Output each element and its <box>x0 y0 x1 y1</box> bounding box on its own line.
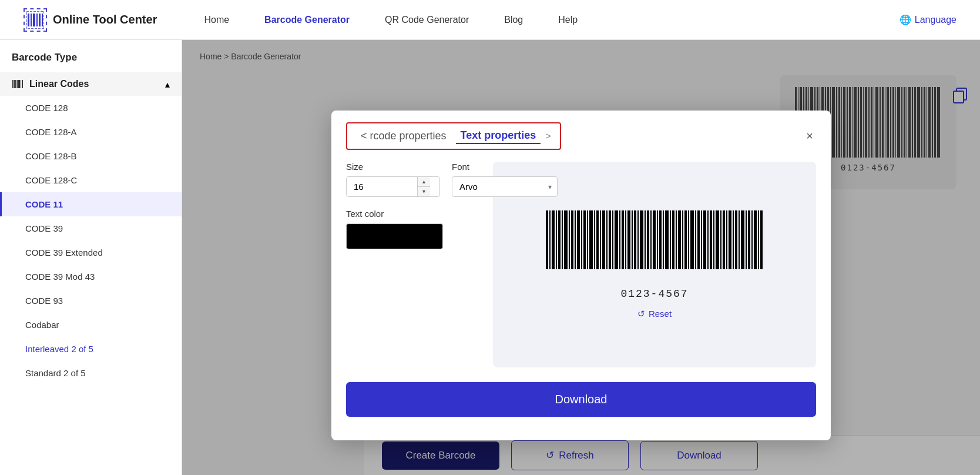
svg-rect-2 <box>33 14 35 26</box>
svg-rect-5 <box>42 14 43 26</box>
svg-rect-81 <box>581 210 582 269</box>
tab-next-arrow[interactable]: > <box>545 131 551 142</box>
svg-rect-123 <box>713 210 714 269</box>
font-select[interactable]: Arvo Arial Courier New Helvetica Times N… <box>452 176 558 197</box>
svg-rect-0 <box>28 14 29 26</box>
svg-rect-85 <box>594 210 595 269</box>
tab-barcode-properties[interactable]: < rcode properties <box>356 129 451 143</box>
svg-rect-134 <box>748 210 750 269</box>
svg-rect-83 <box>587 210 588 269</box>
nav-blog[interactable]: Blog <box>504 15 523 25</box>
svg-rect-86 <box>596 210 599 269</box>
svg-rect-92 <box>615 210 618 269</box>
nav-qr-code-generator[interactable]: QR Code Generator <box>385 15 469 25</box>
svg-rect-90 <box>609 210 611 269</box>
svg-rect-82 <box>583 210 586 269</box>
sidebar-item-code39ext[interactable]: CODE 39 Extended <box>0 240 182 265</box>
svg-rect-121 <box>707 210 709 269</box>
size-spinners: ▴ ▾ <box>417 177 430 196</box>
svg-rect-70 <box>546 210 548 269</box>
sidebar-item-code39mod43[interactable]: CODE 39 Mod 43 <box>0 265 182 289</box>
barcode-value-label: 0123-4567 <box>620 288 688 300</box>
svg-rect-11 <box>18 80 20 88</box>
modal-dialog: < rcode properties Text properties > × S… <box>331 111 831 440</box>
svg-rect-112 <box>678 210 681 269</box>
svg-rect-124 <box>716 210 719 269</box>
sidebar-item-standard25[interactable]: Standard 2 of 5 <box>0 361 182 385</box>
svg-rect-95 <box>625 210 626 269</box>
language-label: Language <box>915 15 956 25</box>
reset-label: Reset <box>649 309 672 319</box>
svg-rect-110 <box>672 210 674 269</box>
text-color-label: Text color <box>346 209 475 219</box>
nav-home[interactable]: Home <box>204 15 229 25</box>
sidebar-item-codabar[interactable]: Codabar <box>0 313 182 337</box>
svg-rect-133 <box>746 210 747 269</box>
svg-rect-93 <box>619 210 620 269</box>
nav-help[interactable]: Help <box>558 15 578 25</box>
svg-rect-137 <box>758 210 759 269</box>
svg-rect-12 <box>21 80 21 88</box>
svg-rect-71 <box>549 210 551 269</box>
modal-tabs: < rcode properties Text properties > <box>346 122 561 150</box>
svg-rect-104 <box>653 210 656 269</box>
language-button[interactable]: 🌐 Language <box>900 14 956 25</box>
svg-rect-73 <box>556 210 557 269</box>
svg-rect-3 <box>36 14 38 26</box>
svg-rect-122 <box>710 210 712 269</box>
svg-rect-128 <box>729 210 731 269</box>
sidebar-item-interleaved25[interactable]: Interleaved 2 of 5 <box>0 337 182 361</box>
nav-barcode-generator[interactable]: Barcode Generator <box>264 15 350 25</box>
svg-rect-116 <box>690 210 694 269</box>
sidebar-item-code128b[interactable]: CODE 128-B <box>0 144 182 168</box>
font-select-wrapper: Arvo Arial Courier New Helvetica Times N… <box>452 176 558 197</box>
svg-rect-111 <box>676 210 677 269</box>
size-input[interactable] <box>347 177 417 196</box>
svg-rect-106 <box>659 210 662 269</box>
svg-rect-136 <box>754 210 757 269</box>
svg-rect-135 <box>751 210 753 269</box>
svg-rect-94 <box>622 210 624 269</box>
svg-rect-113 <box>682 210 683 269</box>
svg-rect-120 <box>703 210 706 269</box>
svg-rect-97 <box>632 210 633 269</box>
svg-rect-87 <box>600 210 601 269</box>
sidebar-item-code128[interactable]: CODE 128 <box>0 96 182 120</box>
sidebar-item-code39[interactable]: CODE 39 <box>0 216 182 240</box>
sidebar-title: Barcode Type <box>0 52 182 72</box>
svg-rect-99 <box>637 210 639 269</box>
tab-text-properties[interactable]: Text properties <box>456 128 541 144</box>
sidebar-section-linear-codes[interactable]: Linear Codes ▴ <box>0 72 182 96</box>
size-decrement-button[interactable]: ▾ <box>418 187 430 196</box>
globe-icon: 🌐 <box>900 14 911 25</box>
content-area: Home > Barcode Generator <box>182 40 980 475</box>
svg-rect-9 <box>15 80 16 88</box>
svg-rect-78 <box>571 210 573 269</box>
svg-rect-91 <box>612 210 613 269</box>
svg-rect-75 <box>562 210 563 269</box>
sidebar-item-code11[interactable]: CODE 11 <box>0 192 182 216</box>
svg-rect-119 <box>701 210 702 269</box>
modal-body: Size ▴ ▾ Font <box>331 150 831 367</box>
svg-rect-132 <box>741 210 744 269</box>
sidebar-item-code128c[interactable]: CODE 128-C <box>0 168 182 192</box>
size-increment-button[interactable]: ▴ <box>418 177 430 187</box>
reset-button[interactable]: ↺ Reset <box>637 309 672 319</box>
svg-rect-88 <box>602 210 605 269</box>
svg-rect-100 <box>640 210 643 269</box>
modal-close-button[interactable]: × <box>803 126 816 146</box>
modal-download-button[interactable]: Download <box>346 382 816 417</box>
sidebar-item-code128a[interactable]: CODE 128-A <box>0 120 182 144</box>
svg-rect-127 <box>726 210 727 269</box>
svg-rect-10 <box>17 80 18 88</box>
chevron-up-icon: ▴ <box>165 79 170 90</box>
svg-rect-131 <box>739 210 740 269</box>
svg-rect-13 <box>22 80 23 88</box>
sidebar: Barcode Type Linear Codes ▴ CODE 128 COD… <box>0 40 182 475</box>
sidebar-item-code93[interactable]: CODE 93 <box>0 289 182 313</box>
main-layout: Barcode Type Linear Codes ▴ CODE 128 COD… <box>0 40 980 475</box>
svg-rect-8 <box>14 80 15 88</box>
reset-icon: ↺ <box>637 309 645 319</box>
logo-area: Online Tool Center <box>24 8 157 32</box>
text-color-picker[interactable] <box>346 223 443 249</box>
